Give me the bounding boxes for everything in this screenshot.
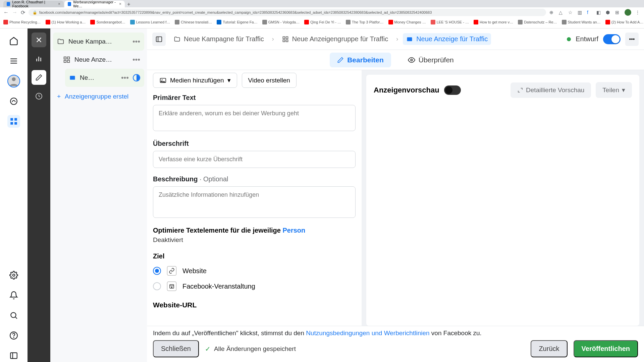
help-icon[interactable] [7, 329, 20, 342]
publish-button[interactable]: Veröffentlichen [574, 340, 638, 357]
breadcrumb-campaign[interactable]: Neue Kampagne für Traffic [170, 33, 267, 45]
bell-icon[interactable] [7, 289, 20, 302]
svg-rect-24 [64, 60, 66, 62]
tree-campaign[interactable]: Neue Kampa… ••• [53, 33, 144, 51]
menu-icon[interactable]: ⋮ [635, 10, 641, 15]
bookmark[interactable]: GMSN - Vologda… [262, 20, 300, 24]
browser-tab-0[interactable]: Leon R. Chaudhari | Facebook × [3, 1, 64, 7]
bookmark[interactable]: LEE 'S HOUSE - … [431, 20, 469, 24]
website-url-label: Website-URL [153, 301, 356, 309]
person-link[interactable]: Person [282, 227, 305, 234]
pencil-icon [337, 57, 344, 63]
svg-point-36 [162, 79, 163, 80]
history-icon[interactable] [32, 89, 46, 104]
preview-toggle[interactable] [444, 85, 461, 95]
add-adset-button[interactable]: + Anzeigengruppe erstel [53, 87, 144, 106]
collapse-icon[interactable] [7, 349, 20, 362]
chart-icon[interactable] [32, 51, 46, 66]
tree-adset[interactable]: Neue Anze… ••• [59, 51, 144, 69]
url-bar[interactable]: 🔒 facebook.com/adsmanager/manage/ads/edi… [29, 9, 546, 16]
description-input[interactable] [153, 186, 356, 218]
status-label: Entwurf [576, 35, 598, 43]
terms-link[interactable]: Nutzungsbedingungen und Werberichtlinien [306, 329, 429, 337]
account-avatar[interactable] [7, 75, 20, 87]
settings-icon[interactable] [7, 269, 20, 282]
breadcrumb-adset[interactable]: Neue Anzeigengruppe für Traffic [279, 33, 391, 45]
tree-label: Neue Anze… [74, 56, 128, 63]
share-icon[interactable]: △ [559, 10, 564, 15]
terms-text: Indem du auf „Veröffentlichen" klickst, … [153, 329, 638, 337]
star-icon[interactable]: ☆ [568, 10, 574, 15]
breadcrumb-ad[interactable]: Neue Anzeige für Traffic [403, 33, 491, 45]
back-button[interactable]: Zurück [531, 340, 567, 357]
bookmark[interactable]: Qing Fei De Yi - … [304, 20, 341, 24]
bookmark[interactable]: Sonderangebot… [90, 20, 125, 24]
destination-website[interactable]: Website [153, 266, 356, 276]
close-editor-button[interactable] [32, 33, 46, 47]
dashboard-icon[interactable] [7, 95, 20, 108]
bookmark[interactable]: Student Wants an… [562, 20, 601, 24]
svg-rect-5 [10, 118, 13, 121]
bookmark[interactable]: Lessons Learned f… [130, 20, 170, 24]
forward-icon[interactable]: → [12, 9, 17, 15]
tab-review[interactable]: Überprüfen [400, 53, 461, 67]
reload-icon[interactable]: ⟳ [21, 9, 25, 16]
headline-input[interactable] [153, 151, 356, 168]
nav-bar: ← → ⟳ 🔒 facebook.com/adsmanager/manage/a… [0, 7, 644, 17]
panel-toggle-button[interactable] [152, 33, 166, 46]
folder-icon [57, 38, 64, 45]
field-label: Überschrift [153, 140, 356, 147]
ad-icon [69, 74, 76, 81]
create-video-button[interactable]: Video erstellen [242, 73, 297, 88]
url-text: facebook.com/adsmanager/manage/ads/edit?… [39, 10, 432, 14]
bookmark[interactable]: Datenschutz – Re… [518, 20, 557, 24]
ext-icon[interactable]: f [587, 10, 592, 15]
detailed-preview-button[interactable]: Detaillierte Vorschau [511, 82, 591, 98]
bookmark[interactable]: How to get more v… [474, 20, 513, 24]
svg-point-10 [11, 312, 16, 317]
search-icon[interactable] [7, 309, 20, 322]
svg-rect-20 [40, 58, 41, 61]
add-media-button[interactable]: Medien hinzufügen ▾ [153, 73, 237, 88]
bookmark[interactable]: The Top 3 Platfor… [346, 20, 384, 24]
status-dot-icon [567, 37, 571, 41]
bookmark[interactable]: Money Changes … [388, 20, 426, 24]
ext-icon[interactable]: ⬢ [606, 10, 611, 15]
bookmark[interactable]: Phone Recycling… [3, 20, 41, 24]
browser-tab-1[interactable]: Werbeanzeigenmanager - We… × [64, 1, 125, 7]
edit-icon[interactable] [32, 70, 46, 85]
home-icon[interactable] [7, 35, 20, 47]
footer: Indem du auf „Veröffentlichen" klickst, … [147, 326, 644, 362]
more-icon[interactable]: ••• [132, 37, 140, 46]
primary-text-input[interactable] [153, 105, 356, 131]
share-button[interactable]: Teilen ▾ [596, 82, 632, 98]
bookmark[interactable]: Tutorial: Eigene Fa… [217, 20, 258, 24]
ext-icon[interactable]: ▥ [578, 10, 583, 15]
search-icon[interactable]: ⊕ [549, 10, 555, 15]
close-button[interactable]: Schließen [153, 340, 199, 357]
bookmark[interactable]: Chinese translati… [175, 20, 212, 24]
close-icon[interactable]: × [58, 2, 60, 6]
back-icon[interactable]: ← [3, 9, 9, 15]
grid-icon[interactable] [7, 115, 20, 128]
close-icon[interactable]: × [119, 2, 121, 6]
bookmark[interactable]: (2) How To Add A… [605, 20, 644, 24]
more-icon[interactable]: ••• [121, 73, 129, 82]
headline-field: Überschrift [153, 140, 356, 168]
expand-icon [517, 87, 523, 93]
tree-ad[interactable]: Ne… ••• [65, 69, 144, 87]
ext-icon[interactable]: ⊞ [615, 10, 621, 15]
status-toggle[interactable] [603, 34, 621, 44]
ext-icon[interactable]: ◧ [596, 10, 602, 15]
more-menu-button[interactable]: ••• [625, 33, 639, 46]
profile-avatar[interactable] [625, 9, 631, 16]
tab-edit[interactable]: Bearbeiten [330, 53, 391, 67]
more-icon[interactable]: ••• [132, 55, 140, 64]
bookmark[interactable]: (1) How Working a… [46, 20, 86, 24]
destination-event[interactable]: Facebook-Veranstaltung [153, 282, 356, 291]
menu-icon[interactable] [7, 55, 20, 67]
new-tab-button[interactable]: + [125, 1, 132, 7]
ad-icon [406, 36, 413, 43]
svg-rect-26 [70, 76, 75, 80]
tab-title: Leon R. Chaudhari | Facebook [12, 0, 56, 8]
